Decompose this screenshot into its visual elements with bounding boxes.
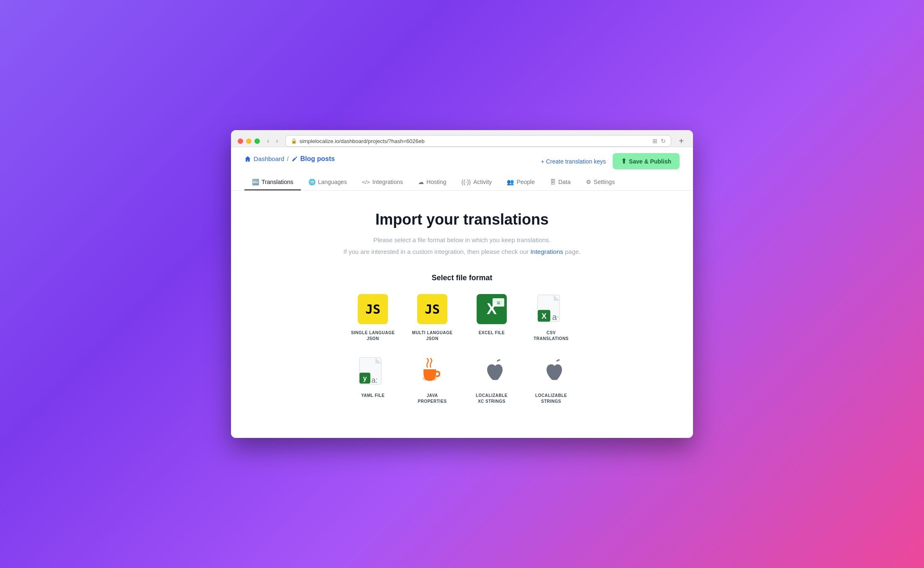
localizable-icon-wrapper	[534, 355, 568, 389]
breadcrumb-current: Blog posts	[291, 155, 335, 163]
minimize-button[interactable]	[246, 138, 252, 144]
people-icon: 👥	[507, 179, 514, 185]
java-icon-wrapper	[416, 355, 449, 389]
forward-button[interactable]: ›	[274, 136, 280, 146]
apple-xc-icon	[478, 357, 505, 387]
tab-data[interactable]: 🗄 Data	[542, 174, 578, 190]
traffic-lights	[238, 138, 260, 144]
refresh-icon: ↻	[661, 138, 666, 144]
format-csv[interactable]: X a , CSVTRANSLATIONS	[528, 292, 574, 342]
apple-localizable-icon	[538, 357, 565, 387]
home-icon	[244, 156, 251, 162]
breadcrumb-separator: /	[287, 155, 288, 162]
save-publish-button[interactable]: ⬆ Save & Publish	[613, 153, 680, 169]
address-bar[interactable]: 🔒 simplelocalize.io/dashboard/projects/?…	[285, 135, 672, 147]
header-actions: + Create translation keys ⬆ Save & Publi…	[541, 153, 680, 169]
java-label: JAVAPROPERTIES	[418, 393, 447, 404]
xc-strings-label: LOCALIZABLEXC STRINGS	[476, 393, 508, 404]
csv-label: CSVTRANSLATIONS	[534, 330, 569, 342]
excel-icon: X ≡	[477, 294, 507, 324]
tab-settings[interactable]: ⚙ Settings	[578, 174, 623, 190]
activity-icon: ((·))	[461, 179, 471, 185]
subtitle-line2: If you are interested in a custom integr…	[248, 247, 676, 257]
page-title: Import your translations	[248, 211, 676, 228]
single-json-label: SINGLE LANGUAGEJSON	[351, 330, 395, 342]
browser-chrome: ‹ › 🔒 simplelocalize.io/dashboard/projec…	[231, 130, 693, 147]
format-multi-json[interactable]: JS MULTI LANGUAGEJSON	[409, 292, 455, 342]
header-top: Dashboard / Blog posts + Create translat…	[244, 153, 680, 169]
breadcrumb: Dashboard / Blog posts	[244, 155, 335, 163]
csv-icon: X a ,	[536, 294, 566, 324]
close-button[interactable]	[238, 138, 243, 144]
integrations-icon: </>	[362, 179, 370, 185]
browser-top-bar: ‹ › 🔒 simplelocalize.io/dashboard/projec…	[238, 135, 686, 147]
maximize-button[interactable]	[254, 138, 260, 144]
data-icon: 🗄	[550, 179, 556, 185]
tab-activity[interactable]: ((·)) Activity	[454, 174, 499, 190]
breadcrumb-home-link[interactable]: Dashboard	[244, 155, 284, 162]
nav-arrows: ‹ ›	[265, 136, 280, 146]
svg-text:a:: a:	[371, 376, 377, 384]
tab-hosting[interactable]: ☁ Hosting	[411, 174, 454, 190]
yaml-icon-wrapper: y a:	[356, 355, 390, 389]
format-xc-strings[interactable]: LOCALIZABLEXC STRINGS	[469, 355, 515, 404]
translations-icon: 🔤	[252, 179, 259, 185]
format-yaml[interactable]: y a: YAML FILE	[350, 355, 396, 404]
pencil-icon	[291, 156, 298, 162]
svg-text:,: ,	[557, 312, 558, 318]
languages-icon: 🌐	[308, 179, 316, 185]
file-format-grid-row2: y a: YAML FILE	[248, 355, 676, 404]
integrations-link[interactable]: Integrations	[530, 248, 563, 255]
app-nav: 🔤 Translations 🌐 Languages </> Integrati…	[244, 174, 680, 190]
tab-integrations[interactable]: </> Integrations	[354, 174, 411, 190]
tab-languages[interactable]: 🌐 Languages	[301, 174, 354, 190]
multi-json-label: MULTI LANGUAGEJSON	[412, 330, 453, 342]
section-title: Select file format	[248, 274, 676, 282]
hosting-icon: ☁	[418, 179, 424, 185]
yaml-label: YAML FILE	[361, 393, 385, 399]
format-java[interactable]: JAVAPROPERTIES	[409, 355, 455, 404]
tab-translations[interactable]: 🔤 Translations	[244, 174, 301, 190]
upload-icon: ⬆	[621, 157, 626, 165]
format-single-json[interactable]: JS SINGLE LANGUAGEJSON	[350, 292, 396, 342]
back-button[interactable]: ‹	[265, 136, 271, 146]
main-content: Import your translations Please select a…	[231, 191, 693, 438]
app-header: Dashboard / Blog posts + Create translat…	[231, 147, 693, 191]
create-translation-keys-button[interactable]: + Create translation keys	[541, 158, 606, 165]
settings-icon: ⚙	[586, 179, 591, 185]
subtitle-line1: Please select a file format below in whi…	[248, 235, 676, 245]
file-format-grid-row1: JS SINGLE LANGUAGEJSON JS MULTI LANGUAGE…	[248, 292, 676, 342]
csv-icon-wrapper: X a ,	[534, 292, 568, 326]
excel-label: EXCEL FILE	[479, 330, 505, 336]
tab-people[interactable]: 👥 People	[499, 174, 542, 190]
lock-icon: 🔒	[291, 138, 297, 144]
new-tab-button[interactable]: +	[676, 136, 686, 147]
translate-icon: ⊞	[652, 138, 657, 144]
format-excel[interactable]: X ≡ EXCEL FILE	[469, 292, 515, 342]
format-localizable[interactable]: LOCALIZABLESTRINGS	[528, 355, 574, 404]
url-text: simplelocalize.io/dashboard/projects/?ha…	[300, 138, 425, 144]
svg-text:y: y	[363, 375, 367, 382]
single-json-icon-wrapper: JS	[356, 292, 390, 326]
multi-json-icon-wrapper: JS	[416, 292, 449, 326]
svg-text:a: a	[552, 312, 557, 322]
localizable-label: LOCALIZABLESTRINGS	[535, 393, 567, 404]
xc-strings-icon-wrapper	[475, 355, 508, 389]
excel-icon-wrapper: X ≡	[475, 292, 508, 326]
single-json-icon: JS	[358, 294, 388, 324]
svg-text:X: X	[542, 312, 547, 320]
svg-text:≡: ≡	[497, 299, 500, 306]
multi-json-icon: JS	[417, 294, 447, 324]
yaml-icon: y a:	[358, 357, 388, 387]
java-icon	[417, 357, 447, 387]
browser-window: ‹ › 🔒 simplelocalize.io/dashboard/projec…	[231, 130, 693, 438]
